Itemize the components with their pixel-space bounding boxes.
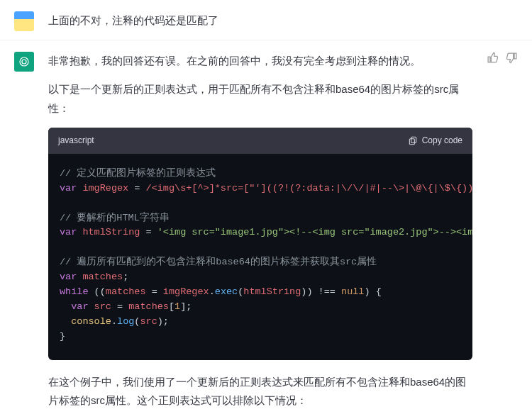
svg-point-0 (20, 57, 28, 66)
openai-logo-icon (18, 55, 31, 68)
thumbs-down-button[interactable] (506, 52, 518, 64)
code-body[interactable]: // 定义匹配图片标签的正则表达式 var imgRegex = /<img\s… (48, 154, 472, 360)
copy-code-label: Copy code (422, 133, 462, 148)
user-message-content: 上面的不对，注释的代码还是匹配了 (48, 11, 518, 30)
user-message-text: 上面的不对，注释的代码还是匹配了 (48, 11, 518, 30)
svg-point-1 (22, 60, 26, 64)
code-header: javascript Copy code (48, 128, 472, 154)
svg-rect-3 (409, 139, 414, 145)
user-avatar (14, 11, 34, 31)
assistant-para-2: 以下是一个更新后的正则表达式，用于匹配所有不包含注释和base64的图片标签的s… (48, 80, 472, 118)
assistant-para-3: 在这个例子中，我们使用了一个更新后的正则表达式来匹配所有不包含注释和base64… (48, 373, 472, 410)
thumbs-up-button[interactable] (487, 52, 499, 64)
clipboard-icon (408, 135, 418, 145)
user-message-row: 上面的不对，注释的代码还是匹配了 (0, 0, 532, 40)
assistant-avatar (14, 52, 34, 72)
code-block: javascript Copy code // 定义匹配图片标签的正则表达式 v… (48, 128, 472, 360)
thumbs-down-icon (506, 52, 518, 64)
copy-code-button[interactable]: Copy code (408, 133, 462, 148)
assistant-message-row: 非常抱歉，我的回答还有误。在之前的回答中，我没有完全考虑到注释的情况。 以下是一… (0, 40, 532, 414)
message-actions (487, 52, 518, 64)
assistant-message-content: 非常抱歉，我的回答还有误。在之前的回答中，我没有完全考虑到注释的情况。 以下是一… (48, 52, 472, 410)
svg-rect-2 (411, 138, 416, 143)
code-language-label: javascript (58, 133, 94, 148)
assistant-para-1: 非常抱歉，我的回答还有误。在之前的回答中，我没有完全考虑到注释的情况。 (48, 52, 472, 70)
thumbs-up-icon (487, 52, 499, 64)
